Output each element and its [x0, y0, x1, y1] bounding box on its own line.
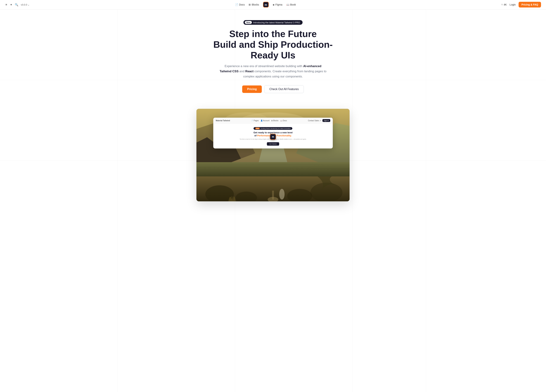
hero-section: New Introducing the latest Material Tail…	[205, 9, 341, 109]
browser-nav-links: 📄 Pages 👤 Account ⊞ Blocks 📖 Docs	[251, 120, 287, 122]
browser-right: Contact Sales ↗ Sign In	[308, 119, 330, 122]
book-icon: 📖	[286, 3, 289, 6]
nav-book-link[interactable]: 📖 Book	[286, 3, 296, 6]
browser-performance-text: Performance	[257, 134, 271, 137]
features-button[interactable]: Check Out All Features	[264, 85, 304, 93]
search-icon: 🔍	[15, 3, 18, 6]
pricing-button[interactable]: Pricing	[242, 85, 262, 93]
hero-subtitle: Experience a new era of streamlined webs…	[220, 64, 326, 79]
nav-left: ☀ ✦ 🔍 v3.0.0 ⌄	[5, 3, 30, 6]
browser-mockup: Material Tailwind 📄 Pages 👤 Account ⊞ Bl…	[213, 118, 333, 148]
browser-topbar: Material Tailwind 📄 Pages 👤 Account ⊞ Bl…	[213, 118, 333, 123]
browser-docs-link: 📖 Docs	[280, 120, 287, 122]
browser-functionality-text: Functionality.	[277, 134, 292, 137]
browser-brand: Material Tailwind	[216, 120, 230, 122]
browser-badge: New Exciting News! Introducing our lates…	[254, 127, 292, 130]
doc-icon: 📄	[235, 3, 238, 6]
browser-m-logo: m	[270, 134, 276, 140]
preview-container: Material Tailwind 📄 Pages 👤 Account ⊞ Bl…	[193, 109, 353, 212]
browser-pages-link: 📄 Pages	[251, 120, 259, 122]
nav-right: ⑂ 4K Login Pricing & FAQ	[501, 2, 541, 7]
svg-rect-17	[272, 191, 274, 199]
nav-center: 📄 Docs ⊞ Blocks m ◈ Figma 📖 Book	[235, 2, 296, 7]
chevron-down-icon: ⌄	[28, 3, 30, 6]
nav-figma-link[interactable]: ◈ Figma	[273, 3, 282, 6]
hero-title: Step into the Future Build and Ship Prod…	[209, 29, 337, 61]
browser-signin-btn: Sign In	[322, 119, 330, 122]
theme-toggle-button[interactable]: ☀	[5, 3, 7, 6]
hero-badge: New Introducing the latest Material Tail…	[243, 20, 302, 25]
nav-blocks-link[interactable]: ⊞ Blocks	[249, 3, 259, 6]
nav-logo[interactable]: m	[263, 2, 269, 7]
nav-docs-link[interactable]: 📄 Docs	[235, 3, 245, 6]
search-button[interactable]: 🔍	[15, 3, 18, 6]
version-selector[interactable]: v3.0.0 ⌄	[21, 3, 30, 6]
magic-icon-button[interactable]: ✦	[10, 3, 12, 6]
blocks-icon: ⊞	[249, 3, 251, 6]
login-button[interactable]: Login	[510, 3, 516, 6]
mountain-background: Material Tailwind 📄 Pages 👤 Account ⊞ Bl…	[196, 109, 350, 176]
sun-icon: ☀	[5, 3, 7, 6]
browser-get-started-button[interactable]: Get Started	[267, 142, 279, 146]
browser-blocks-link: ⊞ Blocks	[271, 120, 278, 122]
hero-buttons: Pricing Check Out All Features	[209, 85, 337, 93]
navbar: ☀ ✦ 🔍 v3.0.0 ⌄ 📄 Docs ⊞ Blocks	[0, 0, 546, 9]
svg-point-18	[279, 189, 285, 199]
github-icon: ⑂	[501, 3, 503, 6]
github-stars[interactable]: ⑂ 4K	[501, 3, 507, 6]
figma-icon: ◈	[273, 3, 275, 6]
preview-wrapper: Material Tailwind 📄 Pages 👤 Account ⊞ Bl…	[196, 109, 350, 201]
browser-contact-sales: Contact Sales ↗	[308, 120, 321, 122]
bottom-landscape-svg	[196, 176, 350, 201]
browser-account-link: 👤 Account	[260, 120, 269, 122]
magic-icon: ✦	[10, 3, 12, 6]
preview-bottom-landscape	[196, 176, 350, 201]
pricing-faq-button[interactable]: Pricing & FAQ	[519, 2, 541, 7]
